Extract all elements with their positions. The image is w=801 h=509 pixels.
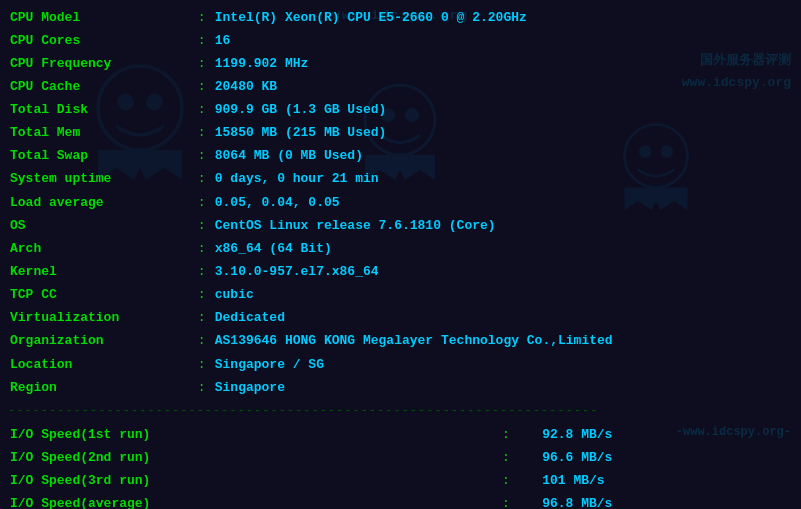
svg-point-7	[639, 145, 652, 158]
row-value: 16	[213, 29, 793, 52]
table-row: Region:Singapore	[8, 376, 793, 399]
row-label: Virtualization	[8, 307, 196, 330]
row-value: 1199.902 MHz	[213, 52, 793, 75]
row-value: 8064 MB (0 MB Used)	[213, 145, 793, 168]
row-label: I/O Speed(average)	[8, 493, 500, 509]
row-label: Kernel	[8, 261, 196, 284]
row-value: 909.9 GB (1.3 GB Used)	[213, 99, 793, 122]
row-colon: :	[196, 29, 213, 52]
svg-point-1	[117, 94, 134, 111]
row-value: Singapore / SG	[213, 353, 793, 376]
svg-point-4	[381, 108, 395, 122]
row-colon: :	[196, 330, 213, 353]
row-label: Location	[8, 353, 196, 376]
row-value: 101 MB/s	[540, 470, 793, 493]
row-value: 20480 KB	[213, 75, 793, 98]
table-row: CPU Cores:16	[8, 29, 793, 52]
row-colon: :	[196, 261, 213, 284]
table-row: TCP CC:cubic	[8, 284, 793, 307]
svg-point-2	[146, 94, 163, 111]
svg-point-0	[98, 66, 182, 150]
table-row: I/O Speed(2nd run):96.6 MB/s	[8, 447, 793, 470]
row-value: Intel(R) Xeon(R) CPU E5-2660 0 @ 2.20GHz	[213, 6, 793, 29]
table-row: CPU Model:Intel(R) Xeon(R) CPU E5-2660 0…	[8, 6, 793, 29]
row-label: I/O Speed(3rd run)	[8, 470, 500, 493]
row-label: I/O Speed(2nd run)	[8, 447, 500, 470]
table-row: I/O Speed(1st run):92.8 MB/s	[8, 423, 793, 446]
table-row: Location:Singapore / SG	[8, 353, 793, 376]
svg-point-5	[405, 108, 419, 122]
row-label: I/O Speed(1st run)	[8, 423, 500, 446]
io-table: I/O Speed(1st run):92.8 MB/sI/O Speed(2n…	[8, 423, 793, 509]
svg-point-6	[625, 125, 688, 188]
row-value: 92.8 MB/s	[540, 423, 793, 446]
row-label: CPU Cores	[8, 29, 196, 52]
row-colon: :	[500, 423, 540, 446]
row-colon: :	[196, 307, 213, 330]
row-colon: :	[196, 376, 213, 399]
table-row: Kernel:3.10.0-957.el7.x86_64	[8, 261, 793, 284]
row-label: Organization	[8, 330, 196, 353]
row-colon: :	[196, 6, 213, 29]
row-colon: :	[196, 214, 213, 237]
watermark-logo-1	[80, 60, 200, 180]
row-value: x86_64 (64 Bit)	[213, 237, 793, 260]
watermark-logo-2	[350, 80, 450, 180]
terminal: www.idcspy.org 国外服务器评测 www.idcspy.org -w…	[0, 0, 801, 509]
table-row: I/O Speed(average):96.8 MB/s	[8, 493, 793, 509]
row-value: 96.8 MB/s	[540, 493, 793, 509]
table-row: Arch:x86_64 (64 Bit)	[8, 237, 793, 260]
row-value: 15850 MB (215 MB Used)	[213, 122, 793, 145]
row-value: CentOS Linux release 7.6.1810 (Core)	[213, 214, 793, 237]
row-label: CPU Model	[8, 6, 196, 29]
row-value: cubic	[213, 284, 793, 307]
svg-point-3	[365, 85, 435, 155]
watermark-logo-3	[611, 120, 701, 210]
row-colon: :	[500, 470, 540, 493]
row-label: Region	[8, 376, 196, 399]
row-value: 3.10.0-957.el7.x86_64	[213, 261, 793, 284]
row-colon: :	[500, 493, 540, 509]
row-colon: :	[196, 191, 213, 214]
row-value: 0 days, 0 hour 21 min	[213, 168, 793, 191]
row-colon: :	[500, 447, 540, 470]
row-value: Dedicated	[213, 307, 793, 330]
table-row: Virtualization:Dedicated	[8, 307, 793, 330]
row-label: TCP CC	[8, 284, 196, 307]
row-value: 0.05, 0.04, 0.05	[213, 191, 793, 214]
row-label: Load average	[8, 191, 196, 214]
row-colon: :	[196, 353, 213, 376]
row-value: 96.6 MB/s	[540, 447, 793, 470]
svg-point-8	[661, 145, 674, 158]
row-colon: :	[196, 237, 213, 260]
table-row: Organization:AS139646 HONG KONG Megalaye…	[8, 330, 793, 353]
divider-line: ----------------------------------------…	[8, 401, 793, 421]
row-colon: :	[196, 284, 213, 307]
row-label: Arch	[8, 237, 196, 260]
table-row: I/O Speed(3rd run):101 MB/s	[8, 470, 793, 493]
row-label: OS	[8, 214, 196, 237]
row-value: Singapore	[213, 376, 793, 399]
table-row: OS:CentOS Linux release 7.6.1810 (Core)	[8, 214, 793, 237]
row-value: AS139646 HONG KONG Megalayer Technology …	[213, 330, 793, 353]
